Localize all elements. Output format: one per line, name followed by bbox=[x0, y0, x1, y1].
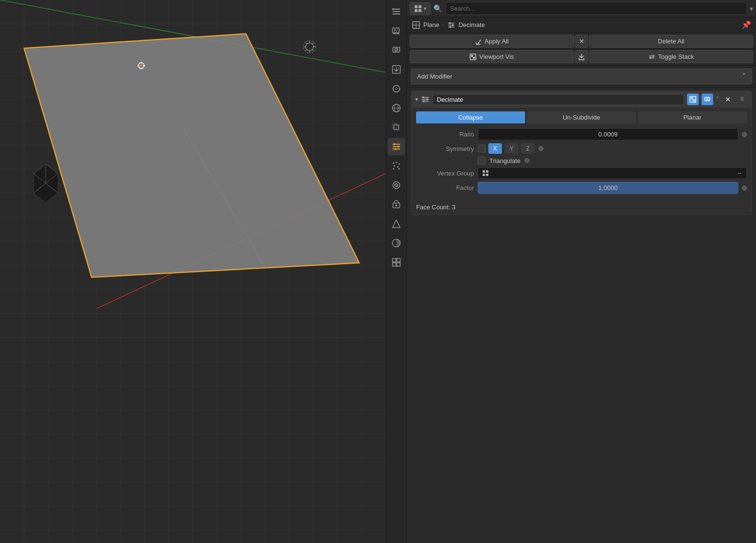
factor-dot[interactable] bbox=[742, 186, 747, 190]
symmetry-x-btn[interactable]: X bbox=[488, 143, 502, 154]
sidebar-icon-physics[interactable] bbox=[388, 176, 405, 194]
symmetry-controls: X Y Z bbox=[478, 143, 535, 154]
realtime-toggle[interactable] bbox=[687, 94, 699, 105]
toggle-stack-button[interactable]: Toggle Stack bbox=[589, 50, 753, 63]
triangulate-controls: Triangulate bbox=[478, 157, 521, 164]
svg-point-72 bbox=[396, 49, 397, 50]
close-apply-button[interactable]: ✕ bbox=[575, 35, 588, 48]
search-magnifier-icon: 🔍 bbox=[433, 4, 443, 13]
add-modifier-label: Add Modifier bbox=[417, 73, 452, 80]
modifier-expand-chevron[interactable]: ˅ bbox=[716, 96, 719, 103]
sidebar-icon-tools[interactable] bbox=[388, 3, 405, 20]
breadcrumb-modifier: Decimate bbox=[459, 21, 485, 28]
sidebar-icon-object[interactable] bbox=[388, 119, 405, 136]
symmetry-dot[interactable] bbox=[539, 146, 543, 151]
triangulate-checkbox[interactable] bbox=[478, 157, 486, 164]
sidebar-icon-render[interactable] bbox=[388, 41, 405, 59]
viewport-vis-icon bbox=[470, 54, 476, 60]
symmetry-label: Symmetry bbox=[416, 145, 474, 152]
svg-point-85 bbox=[399, 163, 400, 165]
add-modifier-button[interactable]: Add Modifier ˅ bbox=[411, 68, 752, 84]
modifier-props: Ratio 0.0009 Symmetry X Y bbox=[411, 125, 752, 200]
chevron-down-icon: ▾ bbox=[750, 5, 753, 13]
svg-rect-101 bbox=[415, 5, 418, 8]
face-count-row: Face Count: 3 bbox=[411, 200, 752, 215]
ratio-value: 0.0009 bbox=[598, 131, 618, 138]
modifier-tabs: Collapse Un-Subdivide Planar bbox=[411, 108, 752, 125]
triangulate-text: Triangulate bbox=[489, 157, 521, 164]
modifier-collapse-btn[interactable]: ▾ bbox=[415, 96, 418, 103]
viewport-vis-button[interactable]: Viewport Vis bbox=[410, 50, 574, 63]
sidebar-icon-view-layer[interactable] bbox=[388, 80, 405, 97]
svg-rect-124 bbox=[486, 170, 488, 173]
toggle-stack-icon bbox=[648, 54, 655, 60]
tab-unsubdivide[interactable]: Un-Subdivide bbox=[527, 111, 636, 123]
svg-rect-119 bbox=[693, 99, 695, 101]
svg-marker-95 bbox=[392, 220, 400, 228]
svg-point-66 bbox=[140, 65, 142, 67]
svg-rect-104 bbox=[418, 9, 421, 12]
search-input[interactable] bbox=[446, 2, 747, 15]
sidebar-icon-material[interactable] bbox=[388, 234, 405, 252]
ratio-dot[interactable] bbox=[742, 132, 747, 137]
symmetry-z-btn[interactable]: Z bbox=[521, 143, 535, 154]
breadcrumb: Plane › Decimate 📌 bbox=[407, 17, 756, 33]
viewport[interactable] bbox=[0, 0, 386, 543]
vertex-group-row: Vertex Group ↔ bbox=[416, 167, 747, 179]
sidebar-icon-particles[interactable] bbox=[388, 157, 405, 175]
svg-rect-97 bbox=[392, 258, 396, 262]
sidebar-icon-world[interactable] bbox=[388, 99, 405, 117]
svg-point-122 bbox=[707, 99, 708, 100]
add-modifier-row: Add Modifier ˅ bbox=[407, 66, 756, 88]
svg-point-88 bbox=[393, 168, 394, 170]
svg-rect-102 bbox=[418, 5, 421, 8]
svg-rect-123 bbox=[483, 170, 485, 173]
modifier-actions-row1: Apply All ✕ Delete All bbox=[407, 33, 756, 49]
properties-panel: ▾ 🔍 ▾ Plane › Decimate 📌 Apply A bbox=[407, 0, 756, 543]
breadcrumb-separator: › bbox=[442, 22, 444, 28]
panel-selector-btn[interactable]: ▾ bbox=[410, 2, 431, 15]
factor-field[interactable]: 1.0000 bbox=[478, 182, 738, 194]
symmetry-y-btn[interactable]: Y bbox=[505, 143, 518, 154]
sidebar-icon-data[interactable] bbox=[388, 215, 405, 232]
factor-value: 1.0000 bbox=[598, 184, 618, 191]
tab-collapse[interactable]: Collapse bbox=[416, 111, 525, 123]
vertex-group-icon bbox=[482, 170, 489, 176]
sidebar-icon-texture[interactable] bbox=[388, 254, 405, 271]
svg-point-74 bbox=[393, 85, 400, 92]
close-symbol: ✕ bbox=[579, 38, 584, 45]
apply-all-button[interactable]: Apply All bbox=[410, 35, 574, 48]
svg-rect-99 bbox=[392, 263, 396, 266]
apply-all-label: Apply All bbox=[485, 38, 509, 45]
viewport-vis-label: Viewport Vis bbox=[479, 53, 514, 60]
modifier-dots-btn[interactable]: ⠿ bbox=[736, 94, 748, 105]
delete-all-button[interactable]: Delete All bbox=[589, 35, 753, 48]
sidebar-icon-output[interactable] bbox=[388, 61, 405, 78]
svg-rect-113 bbox=[473, 57, 475, 59]
svg-point-110 bbox=[449, 26, 451, 28]
export-button[interactable] bbox=[575, 50, 588, 63]
delete-all-label: Delete All bbox=[658, 38, 685, 45]
modifier-close-btn[interactable]: ✕ bbox=[722, 94, 733, 105]
vertex-group-field[interactable]: ↔ bbox=[478, 167, 747, 179]
apply-icon bbox=[475, 38, 482, 45]
symmetry-checkbox[interactable] bbox=[478, 145, 486, 152]
sidebar-icon-modifier[interactable] bbox=[388, 138, 405, 155]
face-count-text: Face Count: 3 bbox=[416, 204, 456, 211]
render-toggle[interactable] bbox=[702, 94, 713, 105]
svg-rect-125 bbox=[483, 174, 485, 176]
ratio-field[interactable]: 0.0009 bbox=[478, 128, 738, 140]
svg-point-89 bbox=[399, 168, 400, 170]
factor-row: Factor 1.0000 bbox=[416, 182, 747, 194]
vertex-group-arrows: ↔ bbox=[737, 170, 742, 176]
svg-point-115 bbox=[426, 98, 428, 100]
plane-icon bbox=[412, 21, 420, 29]
sidebar-icon-constraints[interactable] bbox=[388, 196, 405, 213]
sidebar-icon-scene[interactable] bbox=[388, 22, 405, 40]
pin-icon[interactable]: 📌 bbox=[742, 20, 751, 29]
sidebar-icons bbox=[386, 0, 407, 543]
modifier-name-input[interactable] bbox=[432, 94, 684, 105]
svg-rect-118 bbox=[691, 97, 693, 99]
tab-planar[interactable]: Planar bbox=[638, 111, 747, 123]
triangulate-dot[interactable] bbox=[525, 158, 529, 163]
